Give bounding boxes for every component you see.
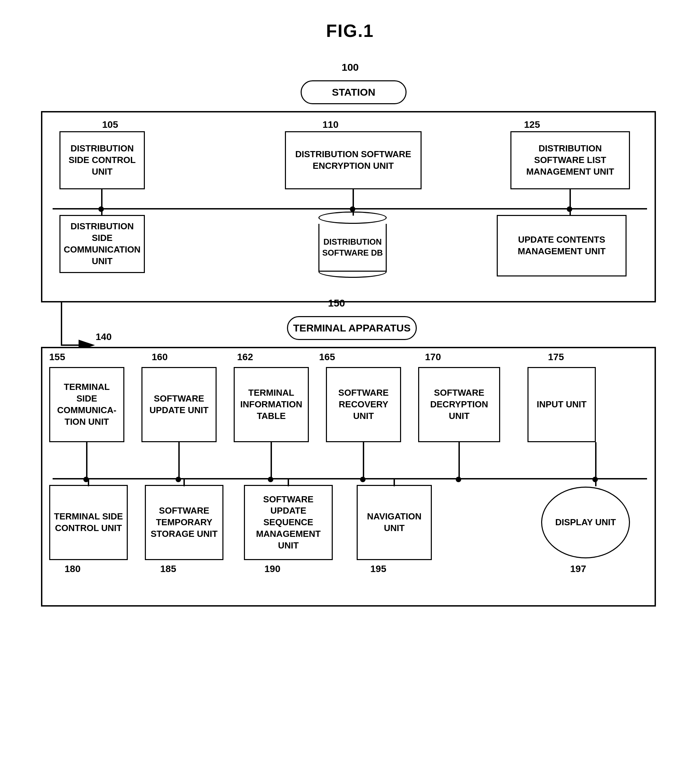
display-unit: DISPLAY UNIT: [541, 486, 630, 558]
vc-165: [363, 442, 364, 479]
unit-label: SOFTWARE UPDATE UNIT: [145, 393, 213, 416]
ref-190: 190: [264, 563, 280, 574]
vc-195: [394, 479, 395, 486]
software-recovery-unit: SOFTWARE RECOVERY UNIT: [326, 367, 401, 442]
terminal-bubble: TERMINAL APPARATUS: [287, 316, 417, 340]
vc-175: [595, 442, 597, 479]
ref-197: 197: [570, 563, 586, 574]
unit-label: NAVIGATION UNIT: [361, 511, 428, 534]
terminal-information-table: TERMINAL INFORMATION TABLE: [234, 367, 309, 442]
distribution-software-db: DISTRIBUTION SOFTWARE DB: [319, 211, 387, 278]
distribution-software-list-unit: DISTRIBUTION SOFTWARE LIST MANAGEMENT UN…: [510, 131, 630, 189]
terminal-side-communication-unit: TERMINAL SIDE COMMUNICA-TION UNIT: [49, 367, 124, 442]
ref-195: 195: [370, 563, 386, 574]
dot-165: [360, 477, 366, 482]
ref-105: 105: [102, 119, 118, 130]
vc-170: [458, 442, 460, 479]
navigation-unit: NAVIGATION UNIT: [357, 485, 432, 560]
update-contents-management-unit: UPDATE CONTENTS MANAGEMENT UNIT: [497, 215, 627, 277]
station-ref-label: 100: [342, 61, 359, 73]
distribution-side-communication-unit: DISTRIBUTION SIDE COMMUNICATION UNIT: [59, 215, 145, 273]
unit-label: TERMINAL INFORMATION TABLE: [238, 387, 305, 422]
unit-label: DISTRIBUTION SOFTWARE ENCRYPTION UNIT: [289, 149, 418, 172]
dot-160: [176, 477, 181, 482]
unit-label: DISTRIBUTION SIDE COMMUNICATION UNIT: [63, 221, 141, 267]
unit-label: TERMINAL SIDE COMMUNICA-TION UNIT: [53, 382, 120, 427]
db-label: DISTRIBUTION SOFTWARE DB: [319, 236, 386, 258]
software-temporary-storage-unit: SOFTWARE TEMPORARY STORAGE UNIT: [145, 485, 223, 560]
unit-label: SOFTWARE UPDATE SEQUENCE MANAGEMENT UNIT: [248, 494, 329, 552]
vc-162: [270, 442, 272, 479]
unit-label: SOFTWARE TEMPORARY STORAGE UNIT: [148, 505, 220, 540]
station-bubble: STATION: [301, 80, 406, 104]
station-box: 105 110 125 115 120 130 DISTRIBUTION SID…: [41, 111, 656, 302]
dot-162: [268, 477, 273, 482]
ref-155: 155: [49, 352, 65, 363]
ref-110: 110: [322, 119, 339, 130]
terminal-ref-label: 150: [328, 297, 345, 309]
station-label: STATION: [332, 86, 375, 98]
software-update-sequence-unit: SOFTWARE UPDATE SEQUENCE MANAGEMENT UNIT: [244, 485, 333, 560]
terminal-side-control-unit: TERMINAL SIDE CONTROL UNIT: [49, 485, 128, 560]
dot-175: [592, 477, 598, 482]
dot-170: [456, 477, 461, 482]
software-update-unit: SOFTWARE UPDATE UNIT: [141, 367, 217, 442]
input-unit: INPUT UNIT: [528, 367, 596, 442]
dot-105: [98, 206, 104, 212]
ref-162: 162: [237, 352, 253, 363]
ref-175: 175: [548, 352, 564, 363]
software-decryption-unit: SOFTWARE DECRYPTION UNIT: [418, 367, 500, 442]
page-title: FIG.1: [0, 0, 700, 41]
ref-185: 185: [160, 563, 176, 574]
connector-105-down: [101, 189, 103, 208]
unit-label: DISPLAY UNIT: [555, 517, 616, 528]
ref-160: 160: [152, 352, 168, 363]
vc-155: [86, 442, 88, 479]
unit-label: DISTRIBUTION SIDE CONTROL UNIT: [63, 143, 141, 177]
vc-185: [183, 479, 185, 486]
unit-label: UPDATE CONTENTS MANAGEMENT UNIT: [500, 234, 623, 257]
ref-140: 140: [96, 332, 112, 342]
unit-label: TERMINAL SIDE CONTROL UNIT: [53, 511, 124, 534]
ref-170: 170: [425, 352, 441, 363]
ref-180: 180: [64, 563, 81, 574]
distribution-software-encryption-unit: DISTRIBUTION SOFTWARE ENCRYPTION UNIT: [285, 131, 422, 189]
dot-110: [350, 206, 355, 212]
terminal-box: 155 160 162 165 170 175 TERMINAL SIDE CO…: [41, 347, 656, 607]
unit-label: SOFTWARE DECRYPTION UNIT: [422, 387, 496, 422]
terminal-label: TERMINAL APPARATUS: [293, 322, 411, 334]
distribution-side-control-unit: DISTRIBUTION SIDE CONTROL UNIT: [59, 131, 145, 189]
dot-155: [83, 477, 89, 482]
ref-165: 165: [319, 352, 335, 363]
db-body: DISTRIBUTION SOFTWARE DB: [319, 224, 387, 272]
dot-125: [567, 206, 572, 212]
terminal-bus-line: [53, 478, 647, 479]
vc-160: [178, 442, 180, 479]
ref-125: 125: [524, 119, 540, 130]
vc-190: [288, 479, 289, 486]
connector-125-down: [569, 189, 571, 208]
connector-110-down: [353, 189, 354, 208]
unit-label: DISTRIBUTION SOFTWARE LIST MANAGEMENT UN…: [514, 143, 626, 177]
unit-label: SOFTWARE RECOVERY UNIT: [330, 387, 397, 422]
unit-label: INPUT UNIT: [537, 399, 587, 410]
